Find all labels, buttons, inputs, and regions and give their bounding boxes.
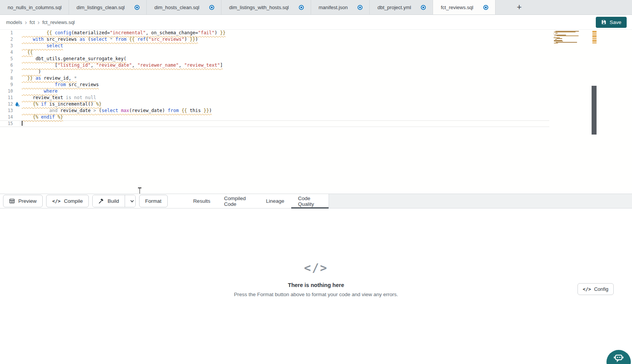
token: dbt_utils.generate_surrogate_key(: [35, 56, 126, 61]
preview-label: Preview: [18, 198, 37, 204]
code-quality-panel: </> Config </> There is nothing here Pre…: [0, 261, 632, 364]
token: ): [215, 30, 220, 35]
code-line-11[interactable]: 11 review_text is not null: [0, 95, 549, 101]
line-number: 4: [0, 49, 13, 56]
token: [22, 101, 33, 107]
glyph-margin: [13, 88, 22, 95]
glyph-margin: [13, 82, 22, 88]
token: null: [85, 95, 96, 100]
token: max: [121, 108, 129, 113]
breadcrumb-item[interactable]: models: [6, 19, 22, 25]
build-button-group: Build: [92, 195, 136, 207]
file-tab-fct_reviews.sql[interactable]: fct_reviews.sql: [433, 0, 495, 14]
file-tab-bar: no_nulls_in_columns.sqldim_listings_clea…: [0, 0, 632, 15]
token: review_id,: [41, 75, 74, 81]
build-button[interactable]: Build: [93, 195, 125, 207]
code-text: where: [22, 88, 58, 95]
token: not: [74, 95, 82, 100]
code-brackets-icon: </>: [583, 287, 591, 292]
token: {{: [47, 30, 52, 35]
token: [22, 63, 55, 68]
tab-label: dbt_project.yml: [377, 5, 411, 10]
dbt-quick-action-droplet-icon[interactable]: [13, 101, 22, 107]
code-line-2[interactable]: 2 with src_reviews as (select * from {{ …: [0, 36, 549, 43]
code-line-7[interactable]: 7 ): [0, 69, 549, 75]
code-text: from src_reviews: [22, 82, 99, 88]
code-line-13[interactable]: 13 and review_date > (select max(review_…: [0, 107, 549, 114]
panel-tab-lineage[interactable]: Lineage: [259, 194, 291, 208]
editor-scrollbar-thumb[interactable]: [592, 86, 597, 135]
token: [55, 114, 58, 120]
token: ,: [132, 63, 137, 68]
glyph-margin: [13, 75, 22, 82]
new-tab-button[interactable]: +: [512, 0, 527, 14]
glyph-margin: [13, 49, 22, 56]
file-tab-dbt_project.yml[interactable]: dbt_project.yml: [370, 0, 433, 14]
panel-tab-compiled-code[interactable]: Compiled Code: [217, 194, 259, 208]
token: }}: [204, 108, 209, 113]
token: {{: [129, 37, 135, 42]
code-editor[interactable]: 1 {{ config(materialized="incremental", …: [0, 30, 632, 194]
tab-label: manifest.json: [319, 5, 348, 10]
code-line-8[interactable]: 8 }} as review_id, *: [0, 75, 549, 82]
token: "review_text": [184, 63, 220, 68]
config-button[interactable]: </> Config: [577, 283, 614, 295]
preview-grid-icon: [9, 198, 15, 204]
token: ref: [138, 37, 146, 42]
token: [22, 114, 33, 120]
tab-label: dim_listings_with_hosts.sql: [229, 5, 289, 10]
token: review_date: [58, 108, 93, 113]
code-text: select: [22, 43, 63, 49]
panel-tab-code-quality[interactable]: Code Quality: [291, 194, 329, 208]
token: [22, 43, 47, 48]
glyph-margin: [13, 43, 22, 49]
code-line-4[interactable]: 4 {{: [0, 49, 549, 56]
file-tab-no_nulls_in_columns.sql[interactable]: no_nulls_in_columns.sql: [0, 0, 69, 14]
code-line-1[interactable]: 1 {{ config(materialized="incremental", …: [0, 30, 549, 36]
token: [38, 114, 41, 120]
tab-label: dim_hosts_clean.sql: [154, 5, 199, 10]
token: ): [184, 37, 189, 42]
save-button[interactable]: Save: [596, 17, 627, 28]
token: *: [74, 75, 77, 81]
breadcrumb-item[interactable]: fct: [30, 19, 35, 25]
format-label: Format: [145, 198, 162, 204]
token: {%: [33, 101, 38, 107]
file-tab-manifest.json[interactable]: manifest.json: [311, 0, 370, 14]
line-number: 3: [0, 43, 13, 49]
code-line-5[interactable]: 5 dbt_utils.generate_surrogate_key(: [0, 56, 549, 62]
code-text: ): [22, 69, 41, 75]
line-number: 7: [0, 69, 13, 75]
code-line-3[interactable]: 3 select: [0, 43, 549, 49]
editor-minimap[interactable]: [553, 31, 590, 45]
file-tab-dim_hosts_clean.sql[interactable]: dim_hosts_clean.sql: [147, 0, 221, 14]
file-tab-dim_listings_clean.sql[interactable]: dim_listings_clean.sql: [69, 0, 147, 14]
token: "listing_id": [58, 63, 91, 68]
code-line-14[interactable]: 14 {% endif %}: [0, 114, 549, 120]
code-line-10[interactable]: 10 where: [0, 88, 549, 95]
code-line-12[interactable]: 12 {% if is_incremental() %}: [0, 101, 549, 107]
code-line-6[interactable]: 6 ["listing_id", "review_date", "reviewe…: [0, 62, 549, 69]
code-line-9[interactable]: 9 from src_reviews: [0, 82, 549, 88]
token: from: [115, 37, 127, 42]
token: where: [44, 88, 58, 94]
token: endif: [41, 114, 55, 120]
breadcrumb-item[interactable]: fct_reviews.sql: [42, 19, 75, 25]
file-tab-dim_listings_with_hosts.sql[interactable]: dim_listings_with_hosts.sql: [221, 0, 311, 14]
code-line-15[interactable]: 15: [0, 120, 549, 127]
compile-button[interactable]: </> Compile: [46, 195, 89, 207]
token: >: [93, 108, 96, 113]
breadcrumb: models›fct›fct_reviews.sql: [6, 19, 75, 26]
token: ): [38, 69, 41, 74]
glyph-margin: [13, 30, 22, 36]
format-button[interactable]: Format: [139, 195, 168, 207]
preview-button[interactable]: Preview: [3, 195, 43, 207]
panel-tab-results[interactable]: Results: [186, 194, 217, 208]
token: ,: [91, 63, 96, 68]
line-number: 2: [0, 36, 13, 43]
build-dropdown-button[interactable]: [125, 195, 136, 207]
save-label: Save: [610, 19, 621, 25]
tab-label: fct_reviews.sql: [441, 5, 473, 10]
token: from: [168, 108, 179, 113]
token: as: [80, 37, 85, 42]
